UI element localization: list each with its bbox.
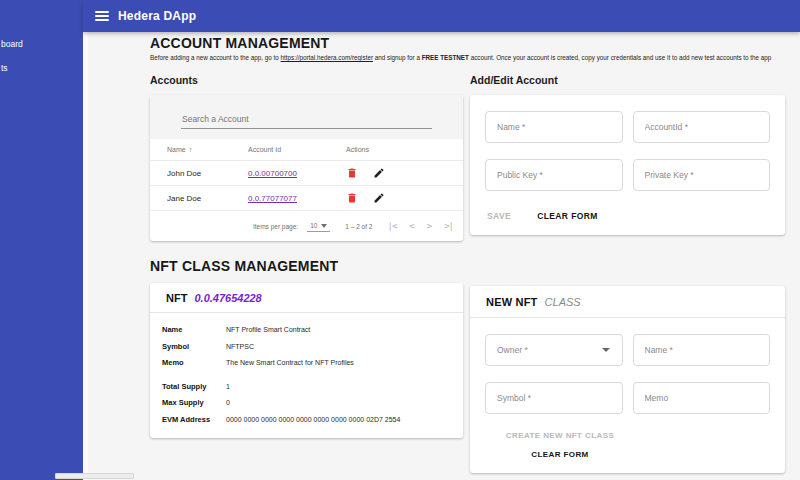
nft-id: 0.0.47654228 xyxy=(194,292,261,304)
edit-icon[interactable] xyxy=(373,167,385,179)
name-input[interactable] xyxy=(497,122,611,132)
first-page-icon[interactable]: |< xyxy=(387,221,396,231)
account-intro-text: Before adding a new account to the app, … xyxy=(150,54,785,61)
section-title-nft-class-management: NFT CLASS MANAGEMENT xyxy=(150,258,785,274)
add-edit-account-heading: Add/Edit Account xyxy=(470,74,785,86)
nft-symbol-input[interactable] xyxy=(497,393,611,403)
account-name-cell: Jane Doe xyxy=(167,194,248,203)
paginator-range: 1 – 2 of 2 xyxy=(345,223,372,230)
intro-post: account. Once your account is created, c… xyxy=(469,54,771,61)
menu-icon[interactable] xyxy=(95,11,109,21)
nft-detail-row: Max Supply 0 xyxy=(162,395,451,412)
nft-detail-value: The New Smart Contract for NFT Profiles xyxy=(226,355,354,372)
page-size-value: 10 xyxy=(310,222,317,229)
table-row: Jane Doe 0.0.77077077 xyxy=(150,186,463,211)
account-search-input[interactable] xyxy=(181,112,432,129)
nft-card-header: NFT 0.0.47654228 xyxy=(150,283,463,313)
edit-icon[interactable] xyxy=(373,192,385,204)
main-content: ACCOUNT MANAGEMENT Before adding a new a… xyxy=(83,32,800,480)
new-nft-class-card: NEW NFT CLASS Owner * xyxy=(470,286,785,473)
nft-title-prefix: NFT xyxy=(166,292,187,304)
sidebar: board ts xyxy=(0,0,83,480)
items-per-page-label: Items per page: xyxy=(253,223,298,230)
horizontal-scrollbar-thumb[interactable] xyxy=(55,473,134,479)
nft-memo-field[interactable] xyxy=(633,382,771,414)
sidebar-item-accounts[interactable]: ts xyxy=(0,61,83,85)
nft-name-field[interactable] xyxy=(633,334,771,366)
new-nft-title-bold: NEW NFT xyxy=(486,296,538,308)
column-header-actions: Actions xyxy=(346,146,463,153)
accounts-card: Name↑ Account Id Actions John Doe 0.0.00… xyxy=(150,95,463,241)
nft-memo-input[interactable] xyxy=(645,393,759,403)
app-title: Hedera DApp xyxy=(118,9,196,23)
name-field[interactable] xyxy=(485,111,623,143)
new-nft-class-header: NEW NFT CLASS xyxy=(470,286,785,318)
nft-detail-row: Name NFT Profile Smart Contract xyxy=(162,322,451,339)
add-edit-account-section: Add/Edit Account xyxy=(470,61,785,235)
public-key-input[interactable] xyxy=(497,170,611,180)
nft-detail-label: EVM Address xyxy=(162,412,226,429)
sidebar-item-dashboard[interactable]: board xyxy=(0,37,83,61)
accounts-heading: Accounts xyxy=(150,74,463,86)
accounts-filter xyxy=(150,95,463,139)
add-edit-account-card: SAVE CLEAR FORM xyxy=(470,95,785,235)
nft-detail-label: Memo xyxy=(162,355,226,372)
nft-detail-row: Total Supply 1 xyxy=(162,379,451,396)
delete-icon[interactable] xyxy=(346,192,358,204)
chevron-down-icon xyxy=(602,348,610,352)
account-id-field[interactable] xyxy=(633,111,771,143)
chevron-down-icon xyxy=(321,224,327,228)
public-key-field[interactable] xyxy=(485,159,623,191)
nft-detail-value: NFT Profile Smart Contract xyxy=(226,322,310,339)
app-toolbar: Hedera DApp xyxy=(83,0,800,32)
nft-detail-row: Symbol NFTPSC xyxy=(162,339,451,356)
nft-detail-value: 0000 0000 0000 0000 0000 0000 0000 0000 … xyxy=(226,412,400,429)
owner-select-label: Owner * xyxy=(497,345,528,355)
clear-form-button[interactable]: CLEAR FORM xyxy=(537,211,598,221)
nft-detail-label: Max Supply xyxy=(162,395,226,412)
portal-register-link[interactable]: https://portal.hedera.com/register xyxy=(281,54,373,61)
create-new-nft-class-button[interactable]: CREATE NEW NFT CLASS xyxy=(506,431,614,440)
nft-detail-label: Total Supply xyxy=(162,379,226,396)
account-id-input[interactable] xyxy=(645,122,759,132)
intro-emph: FREE TESTNET xyxy=(422,54,469,61)
account-name-cell: John Doe xyxy=(167,169,248,178)
column-header-name-label: Name xyxy=(167,146,186,153)
column-header-account-id[interactable]: Account Id xyxy=(248,146,346,153)
nft-detail-value: 1 xyxy=(226,379,230,396)
private-key-field[interactable] xyxy=(633,159,771,191)
section-title-account-management: ACCOUNT MANAGEMENT xyxy=(150,35,785,51)
save-button[interactable]: SAVE xyxy=(487,211,511,221)
paginator: Items per page: 10 1 – 2 of 2 |< < > >| xyxy=(150,211,463,241)
previous-page-icon[interactable]: < xyxy=(409,221,413,231)
nft-details-card: NFT 0.0.47654228 Name NFT Profile Smart … xyxy=(150,283,463,438)
page-size-select[interactable]: 10 xyxy=(307,220,330,232)
new-nft-title-italic: CLASS xyxy=(545,296,581,308)
nft-detail-value: NFTPSC xyxy=(226,339,254,356)
last-page-icon[interactable]: >| xyxy=(444,221,453,231)
intro-mid: and signup for a xyxy=(373,54,422,61)
sort-arrow-icon: ↑ xyxy=(189,146,193,153)
nft-details-section: NFT 0.0.47654228 Name NFT Profile Smart … xyxy=(150,283,463,438)
intro-pre: Before adding a new account to the app, … xyxy=(150,54,281,61)
nft-detail-row: Memo The New Smart Contract for NFT Prof… xyxy=(162,355,451,372)
private-key-input[interactable] xyxy=(645,170,759,180)
delete-icon[interactable] xyxy=(346,167,358,179)
nft-symbol-field[interactable] xyxy=(485,382,623,414)
new-nft-class-section: NEW NFT CLASS Owner * xyxy=(470,286,785,473)
clear-nft-form-button[interactable]: CLEAR FORM xyxy=(531,450,588,459)
account-id-link[interactable]: 0.0.00700700 xyxy=(248,169,297,178)
accounts-section: Accounts Name↑ Account Id Actions John D… xyxy=(150,61,463,241)
column-header-name[interactable]: Name↑ xyxy=(167,146,248,153)
next-page-icon[interactable]: > xyxy=(427,221,431,231)
account-id-link[interactable]: 0.0.77077077 xyxy=(248,194,297,203)
nft-detail-row: EVM Address 0000 0000 0000 0000 0000 000… xyxy=(162,412,451,429)
nft-name-input[interactable] xyxy=(645,345,759,355)
sidebar-nav: board ts xyxy=(0,0,83,85)
nft-detail-label: Name xyxy=(162,322,226,339)
table-row: John Doe 0.0.00700700 xyxy=(150,161,463,186)
nft-detail-value: 0 xyxy=(226,395,230,412)
accounts-table-header: Name↑ Account Id Actions xyxy=(150,139,463,161)
owner-select[interactable]: Owner * xyxy=(485,334,623,366)
nft-detail-label: Symbol xyxy=(162,339,226,356)
